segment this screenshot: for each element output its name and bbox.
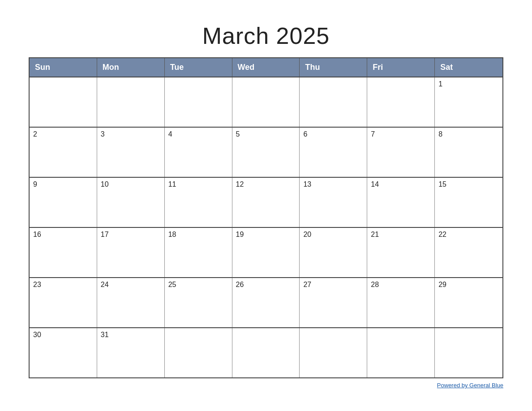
day-number: 5 [236,130,240,138]
calendar-day: 3 [97,128,165,177]
day-number: 12 [236,180,244,188]
day-number: 19 [236,231,244,238]
powered-by-link[interactable]: Powered by General Blue [437,382,503,389]
calendar-day [232,77,300,127]
day-number: 18 [168,231,176,238]
calendar-body: 1234567891011121314151617181920212223242… [30,77,502,377]
calendar-week-1: 1 [30,77,502,127]
calendar-day: 4 [165,128,232,177]
calendar-day: 5 [232,128,300,177]
day-name-sat: Sat [435,58,502,77]
calendar-day [300,328,367,377]
calendar-day: 24 [97,278,165,327]
day-number: 14 [371,180,379,188]
calendar-day [232,328,300,377]
calendar-day: 7 [367,128,435,177]
day-number: 21 [371,231,379,238]
calendar-header: SunMonTueWedThuFriSat [30,58,502,77]
calendar-day: 23 [30,278,97,327]
calendar-day: 25 [165,278,232,327]
day-number: 31 [101,331,109,338]
calendar-day [97,77,165,127]
day-name-thu: Thu [300,58,367,77]
footer: Powered by General Blue [29,382,503,389]
calendar-day: 10 [97,178,165,227]
day-number: 29 [438,281,446,288]
calendar-week-3: 9101112131415 [30,177,502,227]
day-number: 20 [303,231,311,238]
day-number: 9 [33,180,37,188]
day-number: 6 [303,130,307,138]
day-number: 7 [371,130,375,138]
day-number: 1 [438,80,442,88]
calendar-day: 9 [30,178,97,227]
calendar-day: 6 [300,128,367,177]
day-number: 10 [101,180,109,188]
calendar-week-4: 16171819202122 [30,227,502,277]
calendar-day: 1 [435,77,502,127]
calendar-day: 26 [232,278,300,327]
day-number: 16 [33,231,41,238]
day-name-wed: Wed [232,58,300,77]
calendar-day: 28 [367,278,435,327]
day-number: 11 [168,180,176,188]
calendar-day: 15 [435,178,502,227]
calendar-day: 22 [435,228,502,277]
calendar-day: 30 [30,328,97,377]
day-number: 22 [438,231,446,238]
day-number: 2 [33,130,37,138]
day-number: 25 [168,281,176,288]
calendar-day: 20 [300,228,367,277]
calendar-day: 11 [165,178,232,227]
calendar-day: 8 [435,128,502,177]
calendar: SunMonTueWedThuFriSat 123456789101112131… [29,57,503,378]
calendar-day [30,77,97,127]
calendar-day: 19 [232,228,300,277]
calendar-day: 18 [165,228,232,277]
day-number: 3 [101,130,105,138]
calendar-day: 16 [30,228,97,277]
day-number: 13 [303,180,311,188]
calendar-week-5: 23242526272829 [30,277,502,327]
calendar-week-6: 3031 [30,327,502,377]
day-number: 8 [438,130,442,138]
calendar-day: 21 [367,228,435,277]
day-number: 15 [438,180,446,188]
calendar-day [300,77,367,127]
day-number: 26 [236,281,244,288]
calendar-day: 13 [300,178,367,227]
day-number: 4 [168,130,172,138]
calendar-day [367,77,435,127]
calendar-day: 14 [367,178,435,227]
calendar-day: 17 [97,228,165,277]
day-number: 27 [303,281,311,288]
day-name-sun: Sun [30,58,97,77]
day-name-tue: Tue [165,58,232,77]
day-name-fri: Fri [367,58,435,77]
day-number: 17 [101,231,109,238]
calendar-day: 27 [300,278,367,327]
calendar-day [367,328,435,377]
day-name-mon: Mon [97,58,165,77]
calendar-day [165,77,232,127]
calendar-day: 29 [435,278,502,327]
day-number: 23 [33,281,41,288]
calendar-day [435,328,502,377]
calendar-week-2: 2345678 [30,127,502,177]
calendar-day: 31 [97,328,165,377]
calendar-day: 2 [30,128,97,177]
page-title: March 2025 [202,22,330,49]
day-number: 24 [101,281,109,288]
calendar-day: 12 [232,178,300,227]
day-number: 28 [371,281,379,288]
calendar-day [165,328,232,377]
day-number: 30 [33,331,41,338]
